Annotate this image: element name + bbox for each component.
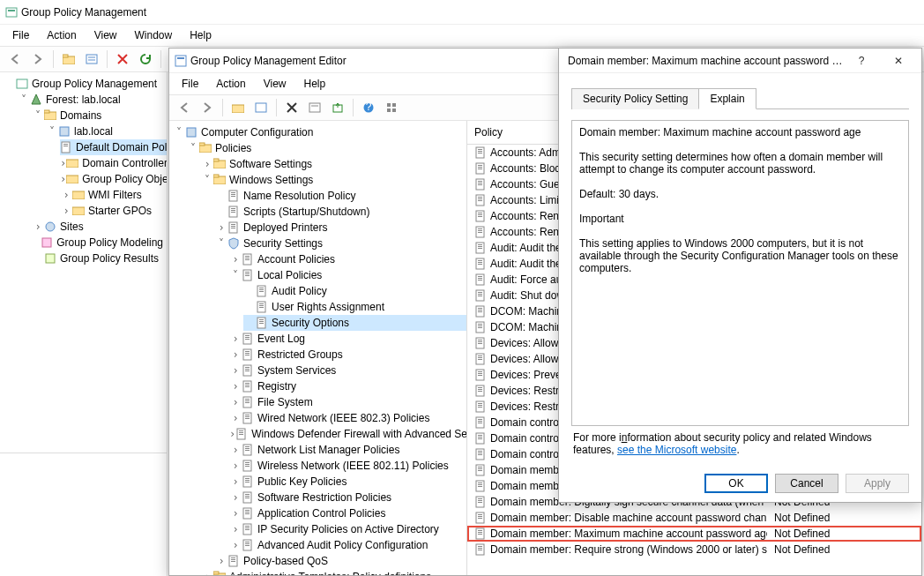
- tree-ss-5[interactable]: ›Wired Network (IEEE 802.3) Policies: [229, 410, 466, 426]
- folder-up-icon[interactable]: [228, 98, 248, 117]
- policy-row[interactable]: Domain member: Disable machine account p…: [467, 510, 921, 526]
- tree-windows-settings[interactable]: ˅Windows Settings: [201, 172, 466, 188]
- delete-icon[interactable]: [113, 49, 132, 69]
- export-icon[interactable]: [328, 98, 347, 117]
- tree-policies[interactable]: ˅Policies: [187, 140, 466, 156]
- gpme-menu-help[interactable]: Help: [297, 75, 333, 93]
- tree-forest[interactable]: Forest: lab.local: [46, 94, 121, 106]
- tree-ws-2[interactable]: ›Deployed Printers: [215, 220, 466, 236]
- svg-rect-59: [245, 259, 250, 260]
- forward-icon[interactable]: [197, 98, 217, 117]
- tree-local-policies[interactable]: ˅Local Policies: [229, 267, 466, 283]
- policy-name: Domain member: Disable machine account p…: [490, 512, 766, 524]
- tree-ws-0[interactable]: Name Resolution Policy: [215, 188, 466, 204]
- delete-icon[interactable]: [282, 98, 302, 117]
- tree-ss-13[interactable]: ›Advanced Audit Policy Configuration: [229, 537, 466, 553]
- svg-rect-49: [231, 208, 235, 209]
- tree-item-1[interactable]: Domain Controllers: [82, 157, 167, 169]
- tree-ss-9[interactable]: ›Public Key Policies: [229, 474, 466, 490]
- svg-rect-41: [213, 159, 219, 161]
- back-icon[interactable]: [175, 98, 194, 117]
- tree-ss-8[interactable]: ›Wireless Network (IEEE 802.11) Policies: [229, 458, 466, 474]
- properties-icon[interactable]: [305, 98, 324, 117]
- menu-help[interactable]: Help: [183, 26, 219, 44]
- help-button[interactable]: ?: [844, 51, 879, 71]
- tree-ss-10[interactable]: ›Software Restriction Policies: [229, 490, 466, 505]
- tree-local-2[interactable]: Security Options: [243, 315, 466, 331]
- policy-row[interactable]: Domain member: Maximum machine account p…: [467, 526, 921, 542]
- tree-ss-11[interactable]: ›Application Control Policies: [229, 505, 466, 521]
- gpm-tree[interactable]: Group Policy Management ˅Forest: lab.loc…: [0, 72, 167, 453]
- tree-ws-1[interactable]: Scripts (Startup/Shutdown): [215, 204, 466, 220]
- tile-icon[interactable]: [382, 98, 401, 117]
- menu-action[interactable]: Action: [40, 26, 83, 44]
- tree-ss-4[interactable]: ›File System: [229, 394, 466, 410]
- svg-rect-156: [478, 214, 482, 215]
- forward-icon[interactable]: [28, 49, 48, 69]
- svg-rect-24: [175, 56, 186, 66]
- tree-ss-7[interactable]: ›Network List Manager Policies: [229, 442, 466, 458]
- svg-rect-127: [245, 529, 250, 530]
- refresh-icon[interactable]: [136, 49, 155, 69]
- tree-ss-12[interactable]: ›IP Security Policies on Active Director…: [229, 521, 466, 537]
- help-icon[interactable]: ?: [359, 98, 378, 117]
- tree-ss-0[interactable]: ›Event Log: [229, 331, 466, 347]
- tree-policy-based-qos[interactable]: ›Policy-based QoS: [215, 553, 466, 569]
- svg-rect-37: [187, 128, 196, 137]
- tree-sites[interactable]: Sites: [60, 221, 84, 233]
- tree-security-settings[interactable]: ˅Security Settings: [215, 236, 466, 251]
- svg-rect-235: [478, 530, 482, 531]
- svg-rect-183: [478, 324, 482, 325]
- gpme-menu-action[interactable]: Action: [209, 75, 252, 93]
- svg-rect-139: [478, 149, 482, 150]
- svg-rect-205: [478, 407, 482, 408]
- policy-item-icon: [474, 178, 487, 191]
- svg-rect-224: [478, 484, 482, 485]
- tab-explain[interactable]: Explain: [698, 88, 756, 109]
- tree-computer-config[interactable]: ˅Computer Configuration: [173, 124, 466, 140]
- gpme-menu-view[interactable]: View: [257, 75, 294, 93]
- list-icon[interactable]: [251, 98, 271, 117]
- menu-window[interactable]: Window: [128, 26, 180, 44]
- menu-view[interactable]: View: [87, 26, 124, 44]
- policy-item-icon: [474, 210, 487, 222]
- svg-rect-61: [245, 272, 250, 273]
- svg-rect-152: [478, 198, 482, 199]
- tab-security-setting[interactable]: Security Policy Setting: [571, 88, 699, 109]
- tree-item-2[interactable]: Group Policy Objects: [82, 173, 167, 185]
- tree-local-1[interactable]: User Rights Assignment: [243, 299, 466, 315]
- cancel-button[interactable]: Cancel: [775, 474, 838, 493]
- close-button[interactable]: ✕: [881, 51, 916, 71]
- tree-software-settings[interactable]: ›Software Settings: [201, 156, 466, 172]
- tree-local-policies-icon: [242, 269, 254, 281]
- policy-row[interactable]: Domain member: Require strong (Windows 2…: [467, 542, 921, 557]
- svg-rect-223: [478, 482, 482, 483]
- tree-item-0[interactable]: Default Domain Policy: [76, 141, 167, 153]
- ms-website-link[interactable]: see the Microsoft website: [617, 444, 736, 456]
- gpme-tree[interactable]: ˅Computer Configuration˅Policies›Softwar…: [169, 121, 466, 575]
- tree-modeling[interactable]: Group Policy Modeling: [56, 236, 163, 249]
- svg-rect-221: [478, 470, 482, 471]
- svg-rect-98: [245, 416, 250, 417]
- menu-file[interactable]: File: [5, 26, 36, 44]
- gpme-menu-file[interactable]: File: [175, 75, 205, 93]
- tree-ss-6[interactable]: ›Windows Defender Firewall with Advanced…: [229, 426, 466, 442]
- properties-icon[interactable]: [82, 49, 101, 69]
- tree-item-4[interactable]: Starter GPOs: [88, 205, 152, 217]
- tree-ss-3[interactable]: ›Registry: [229, 378, 466, 394]
- folder-up-icon[interactable]: [59, 49, 78, 69]
- tree-local-0[interactable]: Audit Policy: [243, 283, 466, 299]
- ok-button[interactable]: OK: [704, 474, 768, 493]
- tree-domain[interactable]: lab.local: [74, 125, 113, 138]
- gpm-root[interactable]: Group Policy Management: [32, 78, 157, 90]
- tree-domains[interactable]: Domains: [60, 109, 101, 122]
- tree-item-3[interactable]: WMI Filters: [88, 189, 142, 201]
- tree-account-policies[interactable]: ›Account Policies: [229, 251, 466, 267]
- tree-ss-1[interactable]: ›Restricted Groups: [229, 347, 466, 363]
- tree-admin-templates[interactable]: ›Administrative Templates: Policy defini…: [201, 569, 466, 575]
- tree-ss-2[interactable]: ›System Services: [229, 363, 466, 378]
- back-icon[interactable]: [5, 49, 25, 69]
- svg-rect-123: [245, 513, 250, 514]
- svg-rect-34: [392, 103, 396, 107]
- tree-results[interactable]: Group Policy Results: [60, 252, 159, 265]
